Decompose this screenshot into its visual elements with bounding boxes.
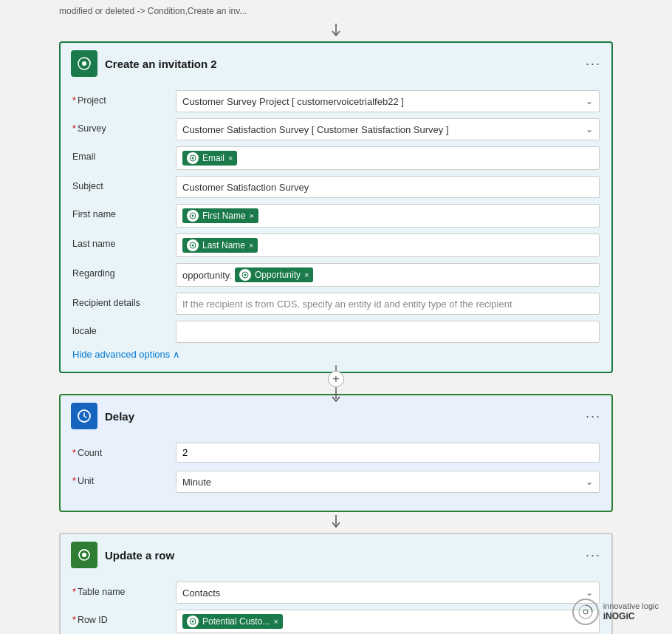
row-id-token-close[interactable]: ×: [273, 617, 278, 626]
logo-circle-icon: [572, 599, 599, 625]
label-count: *Count: [72, 443, 168, 458]
table-name-dropdown[interactable]: Contacts ⌄: [176, 582, 600, 604]
create-invitation-menu[interactable]: ···: [586, 56, 601, 72]
value-project[interactable]: Customer Survey Project [ customervoicet…: [176, 90, 600, 112]
email-token-close[interactable]: ×: [228, 154, 233, 163]
update-row-title: Update a row: [105, 549, 578, 562]
svg-line-14: [84, 416, 86, 417]
add-step-button-1[interactable]: +: [328, 371, 344, 387]
firstname-input[interactable]: First Name ×: [176, 204, 600, 228]
value-subject[interactable]: Customer Satisfaction Survey: [176, 176, 600, 198]
email-token: Email ×: [182, 151, 237, 166]
table-name-dropdown-arrow: ⌄: [586, 587, 593, 598]
svg-point-6: [192, 215, 194, 217]
project-dropdown[interactable]: Customer Survey Project [ customervoicet…: [176, 90, 600, 112]
delay-card: Delay ··· *Count *Unit Minute: [59, 394, 613, 512]
create-invitation-body: *Project Customer Survey Project [ custo…: [61, 84, 611, 372]
value-email[interactable]: Email ×: [176, 146, 600, 170]
value-unit[interactable]: Minute ⌄: [176, 471, 600, 493]
label-recipient-details: Recipient details: [72, 293, 168, 308]
field-regarding: Regarding opportunity. Opportunity ×: [72, 263, 600, 287]
svg-point-8: [192, 245, 194, 247]
value-table-name[interactable]: Contacts ⌄: [176, 582, 600, 604]
firstname-token-icon: [187, 210, 199, 222]
update-row-body: *Table name Contacts ⌄ *Row ID: [61, 576, 611, 634]
field-subject: Subject Customer Satisfaction Survey: [72, 176, 600, 198]
survey-dropdown-arrow: ⌄: [586, 124, 593, 134]
breadcrumb: modified or deleted -> Condition,Create …: [59, 0, 613, 21]
field-firstname: First name First Name ×: [72, 204, 600, 228]
value-locale[interactable]: [176, 321, 600, 343]
lastname-token-close[interactable]: ×: [249, 241, 253, 250]
delay-header: Delay ···: [61, 395, 611, 437]
svg-point-2: [82, 61, 86, 66]
label-firstname: First name: [72, 204, 168, 219]
top-connector-arrow: [59, 21, 613, 41]
value-row-id[interactable]: Potential Custo... ×: [176, 610, 600, 633]
label-table-name: *Table name: [72, 582, 168, 597]
svg-point-19: [192, 621, 194, 623]
logo-text: innovative logic iNOGiC: [603, 601, 659, 623]
survey-dropdown[interactable]: Customer Satisfaction Survey [ Customer …: [176, 118, 600, 140]
value-regarding[interactable]: opportunity. Opportunity ×: [176, 263, 600, 287]
project-dropdown-arrow: ⌄: [586, 96, 593, 106]
lastname-token-icon: [187, 239, 199, 251]
subject-input[interactable]: Customer Satisfaction Survey: [176, 176, 600, 198]
unit-dropdown-arrow: ⌄: [586, 477, 593, 487]
lastname-input[interactable]: Last Name ×: [176, 234, 600, 257]
page-wrapper: modified or deleted -> Condition,Create …: [0, 0, 672, 634]
count-input[interactable]: [176, 443, 600, 463]
create-invitation-card: Create an invitation 2 ··· *Project Cust…: [59, 41, 613, 373]
label-lastname: Last name: [72, 234, 168, 249]
svg-point-21: [583, 610, 588, 614]
regarding-input[interactable]: opportunity. Opportunity ×: [176, 263, 600, 287]
label-project: *Project: [72, 90, 168, 106]
update-row-card: Update a row ··· *Table name Contacts ⌄: [59, 533, 613, 634]
create-invitation-header: Create an invitation 2 ···: [61, 43, 611, 84]
unit-dropdown[interactable]: Minute ⌄: [176, 471, 600, 493]
svg-point-17: [82, 553, 86, 557]
firstname-token: First Name ×: [182, 208, 258, 223]
row-id-token-icon: [187, 616, 199, 627]
locale-input[interactable]: [176, 321, 600, 343]
inogic-logo: innovative logic iNOGiC: [572, 599, 659, 625]
field-unit: *Unit Minute ⌄: [72, 471, 600, 493]
lastname-token: Last Name ×: [182, 238, 258, 253]
field-count: *Count: [72, 443, 600, 465]
field-recipient-details: Recipient details If the recipient is fr…: [72, 293, 600, 315]
hide-advanced-options[interactable]: Hide advanced options ∧: [72, 349, 600, 360]
field-table-name: *Table name Contacts ⌄: [72, 582, 600, 604]
update-row-menu[interactable]: ···: [586, 548, 601, 563]
row-id-token: Potential Custo... ×: [182, 614, 283, 629]
svg-point-4: [192, 157, 194, 160]
row-id-input[interactable]: Potential Custo... ×: [176, 610, 600, 633]
value-recipient-details[interactable]: If the recipient is from CDS, specify an…: [176, 293, 600, 315]
delay-body: *Count *Unit Minute ⌄: [61, 437, 611, 511]
delay-menu[interactable]: ···: [586, 409, 601, 424]
email-token-icon: [187, 152, 199, 164]
recipient-details-input[interactable]: If the recipient is from CDS, specify an…: [176, 293, 600, 315]
email-input[interactable]: Email ×: [176, 146, 600, 170]
update-row-header: Update a row ···: [61, 534, 611, 576]
update-row-icon: [71, 542, 97, 568]
value-lastname[interactable]: Last Name ×: [176, 234, 600, 257]
firstname-token-close[interactable]: ×: [250, 211, 254, 220]
regarding-token-close[interactable]: ×: [304, 270, 309, 279]
delay-icon: [71, 403, 97, 429]
label-email: Email: [72, 146, 168, 162]
create-invitation-icon: [71, 50, 97, 77]
field-lastname: Last name Last Name ×: [72, 234, 600, 257]
regarding-prefix: opportunity.: [182, 270, 232, 281]
regarding-token-icon: [239, 269, 251, 281]
bottom-connector-arrow: [59, 512, 613, 533]
field-email: Email Email ×: [72, 146, 600, 170]
svg-point-10: [244, 274, 246, 276]
label-subject: Subject: [72, 176, 168, 191]
value-firstname[interactable]: First Name ×: [176, 204, 600, 228]
field-locale: locale: [72, 321, 600, 343]
label-locale: locale: [72, 321, 168, 336]
plus-connector-1: +: [59, 373, 613, 394]
label-regarding: Regarding: [72, 263, 168, 279]
value-survey[interactable]: Customer Satisfaction Survey [ Customer …: [176, 118, 600, 140]
value-count[interactable]: [176, 443, 600, 465]
